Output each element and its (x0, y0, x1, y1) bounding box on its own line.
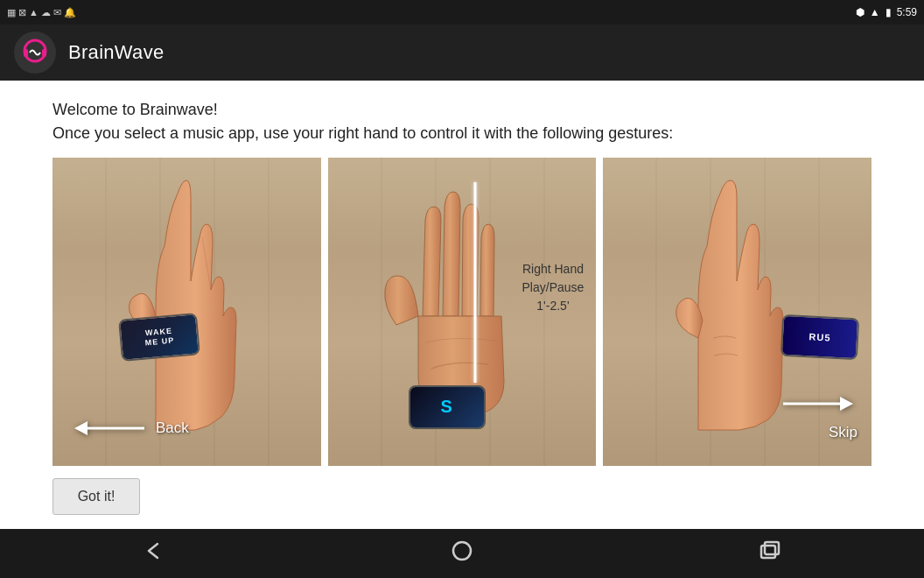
back-arrow-label: Back (70, 415, 189, 441)
svg-marker-8 (840, 397, 853, 411)
battery-icon: ▮ (886, 6, 892, 18)
svg-rect-11 (765, 542, 779, 554)
phone-skip: RU5 (780, 314, 858, 361)
status-bar-left: ▦ ⊠ ▲ ☁ ✉ 🔔 (7, 7, 76, 18)
back-label: Back (156, 419, 189, 437)
skip-arrow-label: Skip (779, 391, 858, 441)
wifi-icon: ▲ (870, 6, 880, 18)
gesture-panels: WAKEME UP Back (52, 158, 872, 466)
phone-play: S (409, 385, 486, 429)
status-bar-right: ⬢ ▲ ▮ 5:59 (856, 6, 917, 18)
got-it-label: Got it! (78, 489, 116, 504)
nav-bar (0, 529, 924, 578)
svg-marker-6 (74, 421, 88, 435)
recent-nav-button[interactable] (732, 530, 808, 577)
svg-rect-10 (761, 546, 775, 558)
welcome-line2: Once you select a music app, use your ri… (52, 122, 872, 145)
svg-point-9 (453, 542, 471, 560)
play-pause-gesture-panel: S Right HandPlay/Pause1'-2.5' (328, 158, 597, 466)
svg-rect-1 (24, 49, 28, 57)
bluetooth-icon: ⬢ (856, 6, 864, 18)
back-gesture-panel: WAKEME UP Back (52, 158, 321, 466)
got-it-button[interactable]: Got it! (52, 478, 140, 515)
svg-rect-2 (42, 49, 46, 57)
status-bar: ▦ ⊠ ▲ ☁ ✉ 🔔 ⬢ ▲ ▮ 5:59 (0, 0, 924, 25)
vertical-line (474, 182, 477, 383)
app-title: BrainWave (68, 41, 164, 64)
skip-label: Skip (829, 424, 858, 441)
app-icon (14, 32, 56, 74)
skip-gesture-panel: RU5 Skip (603, 158, 872, 466)
home-nav-button[interactable] (424, 530, 500, 577)
notification-icons: ▦ ⊠ ▲ ☁ ✉ 🔔 (7, 7, 76, 18)
welcome-line1: Welcome to Brainwave! (52, 98, 872, 122)
back-nav-button[interactable] (116, 530, 192, 577)
phone-back: WAKEME UP (118, 313, 200, 362)
main-content: Welcome to Brainwave! Once you select a … (0, 81, 924, 529)
app-bar: BrainWave (0, 25, 924, 81)
play-pause-label: Right HandPlay/Pause1'-2.5' (522, 259, 584, 314)
time-display: 5:59 (897, 6, 917, 18)
welcome-text: Welcome to Brainwave! Once you select a … (52, 98, 872, 145)
